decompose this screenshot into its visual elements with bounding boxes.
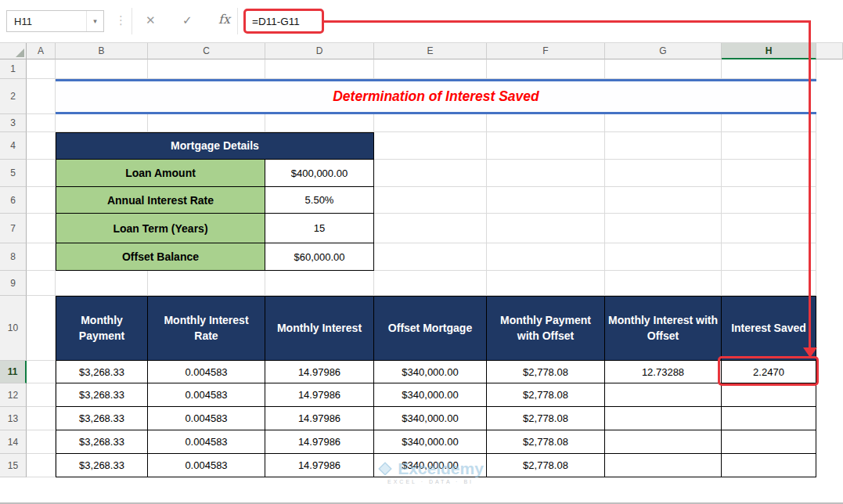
empty-cell[interactable] bbox=[27, 114, 56, 132]
empty-cell[interactable] bbox=[722, 271, 816, 296]
empty-cell[interactable] bbox=[27, 296, 56, 361]
cell-d12[interactable]: 14.97986 bbox=[265, 383, 374, 407]
empty-cell[interactable] bbox=[722, 243, 816, 271]
column-header-D[interactable]: D bbox=[265, 43, 374, 59]
empty-cell[interactable] bbox=[265, 114, 374, 132]
row-header-14[interactable]: 14 bbox=[0, 430, 27, 454]
empty-cell[interactable] bbox=[487, 59, 605, 79]
cell-f15[interactable]: $2,778.08 bbox=[487, 454, 605, 477]
empty-cell[interactable] bbox=[605, 187, 722, 214]
empty-cell[interactable] bbox=[374, 59, 487, 79]
empty-cell[interactable] bbox=[27, 79, 56, 114]
mortgage-value-loan-term[interactable]: 15 bbox=[265, 214, 374, 243]
empty-cell[interactable] bbox=[605, 214, 722, 243]
cell-b14[interactable]: $3,268.33 bbox=[56, 430, 148, 454]
cell-d13[interactable]: 14.97986 bbox=[265, 407, 374, 430]
column-header-G[interactable]: G bbox=[605, 43, 722, 59]
mortgage-label-loan-term[interactable]: Loan Term (Years) bbox=[56, 214, 265, 243]
table-header-offset-mortgage[interactable]: Offset Mortgage bbox=[374, 296, 487, 361]
insert-function-icon[interactable]: fx bbox=[218, 12, 230, 27]
column-header-H[interactable]: H bbox=[722, 43, 816, 59]
cell-f12[interactable]: $2,778.08 bbox=[487, 383, 605, 407]
row-header-5[interactable]: 5 bbox=[0, 160, 27, 187]
row-header-15[interactable]: 15 bbox=[0, 454, 27, 477]
cell-h12[interactable] bbox=[722, 383, 816, 407]
empty-cell[interactable] bbox=[605, 114, 722, 132]
cell-e15[interactable]: $340,000.00 bbox=[374, 454, 487, 477]
cell-f13[interactable]: $2,778.08 bbox=[487, 407, 605, 430]
empty-cell[interactable] bbox=[722, 160, 816, 187]
empty-cell[interactable] bbox=[487, 132, 605, 160]
empty-cell[interactable] bbox=[487, 271, 605, 296]
row-header-8[interactable]: 8 bbox=[0, 243, 27, 271]
row-header-10[interactable]: 10 bbox=[0, 296, 27, 361]
empty-cell[interactable] bbox=[265, 59, 374, 79]
enter-icon[interactable]: ✓ bbox=[182, 13, 193, 27]
name-box-dropdown-icon[interactable]: ▾ bbox=[86, 11, 103, 31]
empty-cell[interactable] bbox=[27, 187, 56, 214]
table-header-interest-saved[interactable]: Interest Saved bbox=[722, 296, 816, 361]
row-header-13[interactable]: 13 bbox=[0, 407, 27, 430]
empty-cell[interactable] bbox=[722, 132, 816, 160]
cell-c15[interactable]: 0.004583 bbox=[148, 454, 265, 477]
empty-cell[interactable] bbox=[27, 59, 56, 79]
empty-cell[interactable] bbox=[56, 114, 148, 132]
empty-cell[interactable] bbox=[56, 59, 148, 79]
empty-cell[interactable] bbox=[56, 271, 148, 296]
cell-b13[interactable]: $3,268.33 bbox=[56, 407, 148, 430]
empty-cell[interactable] bbox=[374, 243, 487, 271]
empty-cell[interactable] bbox=[27, 454, 56, 477]
empty-cell[interactable] bbox=[722, 59, 816, 79]
cell-b15[interactable]: $3,268.33 bbox=[56, 454, 148, 477]
cell-f11[interactable]: $2,778.08 bbox=[487, 361, 605, 383]
empty-cell[interactable] bbox=[27, 160, 56, 187]
cell-g13[interactable] bbox=[605, 407, 722, 430]
column-header-B[interactable]: B bbox=[56, 43, 148, 59]
empty-cell[interactable] bbox=[27, 271, 56, 296]
cell-e11[interactable]: $340,000.00 bbox=[374, 361, 487, 383]
table-header-monthly-interest-with-offset[interactable]: Monthly Interest with Offset bbox=[605, 296, 722, 361]
cell-g11[interactable]: 12.73288 bbox=[605, 361, 722, 383]
empty-cell[interactable] bbox=[374, 271, 487, 296]
empty-cell[interactable] bbox=[487, 187, 605, 214]
empty-cell[interactable] bbox=[374, 187, 487, 214]
empty-cell[interactable] bbox=[722, 214, 816, 243]
column-header-E[interactable]: E bbox=[374, 43, 487, 59]
empty-cell[interactable] bbox=[487, 114, 605, 132]
cell-b12[interactable]: $3,268.33 bbox=[56, 383, 148, 407]
empty-cell[interactable] bbox=[605, 271, 722, 296]
row-header-12[interactable]: 12 bbox=[0, 383, 27, 407]
mortgage-value-interest-rate[interactable]: 5.50% bbox=[265, 187, 374, 214]
cell-d11[interactable]: 14.97986 bbox=[265, 361, 374, 383]
cell-b11[interactable]: $3,268.33 bbox=[56, 361, 148, 383]
mortgage-details-header[interactable]: Mortgage Details bbox=[56, 132, 374, 160]
empty-cell[interactable] bbox=[148, 271, 265, 296]
empty-cell[interactable] bbox=[148, 59, 265, 79]
cell-h13[interactable] bbox=[722, 407, 816, 430]
mortgage-label-interest-rate[interactable]: Annual Interest Rate bbox=[56, 187, 265, 214]
mortgage-value-loan-amount[interactable]: $400,000.00 bbox=[265, 160, 374, 187]
row-header-9[interactable]: 9 bbox=[0, 271, 27, 296]
row-header-7[interactable]: 7 bbox=[0, 214, 27, 243]
empty-cell[interactable] bbox=[605, 59, 722, 79]
row-header-6[interactable]: 6 bbox=[0, 187, 27, 214]
empty-cell[interactable] bbox=[27, 132, 56, 160]
cell-c14[interactable]: 0.004583 bbox=[148, 430, 265, 454]
cell-g12[interactable] bbox=[605, 383, 722, 407]
empty-cell[interactable] bbox=[374, 132, 487, 160]
empty-cell[interactable] bbox=[374, 160, 487, 187]
empty-cell[interactable] bbox=[374, 214, 487, 243]
cell-g14[interactable] bbox=[605, 430, 722, 454]
column-header-A[interactable]: A bbox=[27, 43, 56, 59]
empty-cell[interactable] bbox=[487, 160, 605, 187]
empty-cell[interactable] bbox=[605, 160, 722, 187]
cell-h15[interactable] bbox=[722, 454, 816, 477]
table-header-monthly-interest[interactable]: Monthly Interest bbox=[265, 296, 374, 361]
row-header-11[interactable]: 11 bbox=[0, 361, 27, 383]
name-box[interactable]: H11 ▾ bbox=[6, 10, 104, 32]
cell-d15[interactable]: 14.97986 bbox=[265, 454, 374, 477]
cancel-icon[interactable]: ✕ bbox=[146, 13, 156, 27]
empty-cell[interactable] bbox=[27, 430, 56, 454]
cell-e12[interactable]: $340,000.00 bbox=[374, 383, 487, 407]
empty-cell[interactable] bbox=[27, 407, 56, 430]
